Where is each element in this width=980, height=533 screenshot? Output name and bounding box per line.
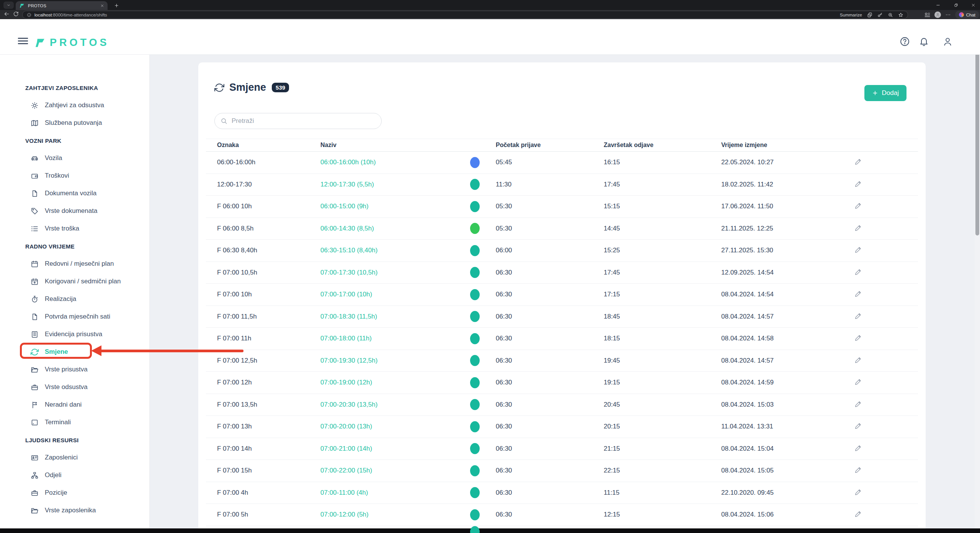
- edit-pencil-icon[interactable]: [854, 488, 862, 496]
- new-tab-button[interactable]: [113, 2, 120, 9]
- shift-name-link[interactable]: 07:00-19:30 (12,5h): [320, 357, 377, 364]
- help-button[interactable]: [900, 36, 910, 47]
- edit-pencil-icon[interactable]: [854, 466, 862, 474]
- sidebar-item-vrste-odsustva[interactable]: Vrste odsustva: [0, 378, 149, 396]
- edit-pencil-icon[interactable]: [854, 312, 862, 320]
- refresh-icon[interactable]: [214, 83, 224, 93]
- cell-zavrsetak-odjave: 15:25: [599, 247, 717, 254]
- notifications-button[interactable]: [919, 36, 929, 47]
- sidebar-item-evidencija-prisustva[interactable]: Evidencija prisustva: [0, 325, 149, 343]
- edit-pencil-icon[interactable]: [854, 224, 862, 232]
- account-button[interactable]: [942, 36, 953, 47]
- edit-pencil-icon[interactable]: [854, 180, 862, 188]
- sidebar-item-odjeli[interactable]: Odjeli: [0, 466, 149, 484]
- sidebar-item-terminali[interactable]: Terminali: [0, 414, 149, 431]
- favorite-star-icon[interactable]: [898, 12, 903, 18]
- shift-name-link[interactable]: 07:00-21:00 (14h): [320, 445, 372, 452]
- browser-profile-avatar[interactable]: [934, 11, 941, 18]
- sidebar-item-zahtjevi-za-odsustva[interactable]: Zahtjevi za odsustva: [0, 96, 149, 114]
- address-bar[interactable]: localhost:8000/time-attendance/shifts Su…: [22, 11, 908, 19]
- page-scrollbar[interactable]: [975, 36, 979, 235]
- shift-name-link[interactable]: 07:00-11:00 (4h): [320, 489, 368, 496]
- shift-name-link[interactable]: 06:00-15:00 (9h): [320, 203, 369, 210]
- sidebar-item-label: Potvrda mjesečnih sati: [45, 313, 110, 320]
- hamburger-icon: [18, 36, 28, 46]
- sidebar-item-potvrda-mjese-nih-sati[interactable]: Potvrda mjesečnih sati: [0, 308, 149, 325]
- col-zavrsetak-odjave: Završetak odjave: [599, 142, 717, 149]
- cell-oznaka: F 07:00 11,5h: [206, 313, 309, 320]
- search-icon: [220, 118, 227, 124]
- copilot-chat-button[interactable]: Chat: [955, 11, 979, 19]
- sidebar-item-korigovani-sedmi-ni-plan[interactable]: Korigovani / sedmični plan: [0, 273, 149, 290]
- sidebar-item-vrste-prisustva[interactable]: Vrste prisustva: [0, 361, 149, 378]
- tab-search-button[interactable]: [3, 2, 14, 9]
- cell-zavrsetak-odjave: 19:15: [599, 379, 717, 386]
- sidebar-item-tro-kovi[interactable]: Troškovi: [0, 167, 149, 185]
- shift-name-link[interactable]: 07:00-12:00 (5h): [320, 511, 369, 518]
- shift-name-link[interactable]: 07:00-22:00 (15h): [320, 467, 372, 474]
- shift-name-link[interactable]: 06:30-15:10 (8,40h): [320, 247, 377, 254]
- shift-name-link[interactable]: 07:00-17:00 (10h): [320, 291, 372, 298]
- edit-pencil-icon[interactable]: [854, 201, 862, 209]
- cell-zavrsetak-odjave: 17:45: [599, 181, 717, 188]
- shift-name-link[interactable]: 06:00-14:30 (8,5h): [320, 225, 374, 232]
- sidebar-item-redovni-mjese-ni-plan[interactable]: Redovni / mjesečni plan: [0, 255, 149, 273]
- edit-pencil-icon[interactable]: [854, 378, 862, 386]
- sidebar-item-realizacija[interactable]: Realizacija: [0, 290, 149, 308]
- edit-pencil-icon[interactable]: [854, 356, 862, 364]
- edit-pencil-icon[interactable]: [854, 289, 862, 298]
- sidebar-item-vrste-dokumenata[interactable]: Vrste dokumenata: [0, 202, 149, 220]
- table-header: Oznaka Naziv Početak prijave Završetak o…: [206, 139, 918, 152]
- brand-logo[interactable]: PROTOS: [34, 37, 109, 49]
- briefcase-icon: [31, 489, 39, 497]
- shift-name-link[interactable]: 06:00-16:00h (10h): [320, 159, 376, 166]
- window-restore-button[interactable]: [950, 0, 962, 10]
- shift-name-link[interactable]: 07:00-20:00 (13h): [320, 423, 372, 430]
- chat-label: Chat: [966, 13, 975, 17]
- reload-button[interactable]: [13, 11, 20, 18]
- sidebar-item-neradni-dani[interactable]: Neradni dani: [0, 396, 149, 414]
- edit-pencil-icon[interactable]: [854, 245, 862, 253]
- edit-pencil-icon[interactable]: [854, 334, 862, 342]
- sidebar-toggle-button[interactable]: [18, 36, 28, 46]
- password-key-icon[interactable]: [877, 12, 883, 18]
- site-info-icon[interactable]: [27, 13, 31, 17]
- sidebar-item-pozicije[interactable]: Pozicije: [0, 484, 149, 502]
- browser-tab[interactable]: PROTOS: [16, 1, 108, 10]
- search-input[interactable]: [232, 117, 376, 125]
- sidebar-item-label: Vrste zaposlenika: [45, 507, 96, 514]
- shift-name-link[interactable]: 07:00-17:30 (10,5h): [320, 269, 377, 276]
- sidebar-item-vrste-tro-ka[interactable]: Vrste troška: [0, 220, 149, 237]
- edit-pencil-icon[interactable]: [854, 510, 862, 518]
- sidebar-item-dokumenta-vozila[interactable]: Dokumenta vozila: [0, 185, 149, 202]
- tab-close-icon[interactable]: [100, 4, 104, 8]
- edit-pencil-icon[interactable]: [854, 444, 862, 452]
- sidebar-item-zaposlenici[interactable]: Zaposlenici: [0, 449, 149, 466]
- browser-menu-dots-icon[interactable]: [945, 12, 951, 18]
- sidebar-item-vrste-zaposlenika[interactable]: Vrste zaposlenika: [0, 502, 149, 519]
- summarize-button[interactable]: Summarize: [840, 13, 862, 17]
- edit-pencil-icon[interactable]: [854, 268, 862, 276]
- cell-pocetak-prijave: 05:30: [491, 225, 599, 232]
- cell-vrijeme-izmjene: 08.04.2024. 15:05: [717, 467, 850, 474]
- journal-icon: [31, 330, 39, 338]
- shift-name-link[interactable]: 07:00-18:30 (11,5h): [320, 313, 377, 320]
- sidebar-item-slu-bena-putovanja[interactable]: Službena putovanja: [0, 114, 149, 132]
- favorites-bar-icon[interactable]: [924, 12, 930, 18]
- window-close-button[interactable]: [967, 0, 979, 10]
- back-button[interactable]: [4, 11, 11, 18]
- edit-pencil-icon[interactable]: [854, 422, 862, 430]
- sidebar-item-vozila[interactable]: Vozila: [0, 149, 149, 167]
- zoom-icon[interactable]: [888, 12, 893, 18]
- shift-name-link[interactable]: 12:00-17:30 (5,5h): [320, 181, 374, 188]
- cell-oznaka: F 07:00 12,5h: [206, 357, 309, 365]
- add-button[interactable]: Dodaj: [864, 85, 906, 101]
- shift-name-link[interactable]: 07:00-18:00 (11h): [320, 335, 372, 342]
- shift-name-link[interactable]: 07:00-19:00 (12h): [320, 379, 372, 386]
- window-minimize-button[interactable]: [932, 0, 944, 10]
- shift-name-link[interactable]: 07:00-20:30 (13,5h): [320, 401, 377, 408]
- edit-pencil-icon[interactable]: [854, 157, 862, 165]
- edit-pencil-icon[interactable]: [854, 400, 862, 408]
- table-row: F 07:00 14h07:00-21:00 (14h)06:3021:1508…: [206, 438, 918, 460]
- copilot-icon[interactable]: [867, 12, 872, 18]
